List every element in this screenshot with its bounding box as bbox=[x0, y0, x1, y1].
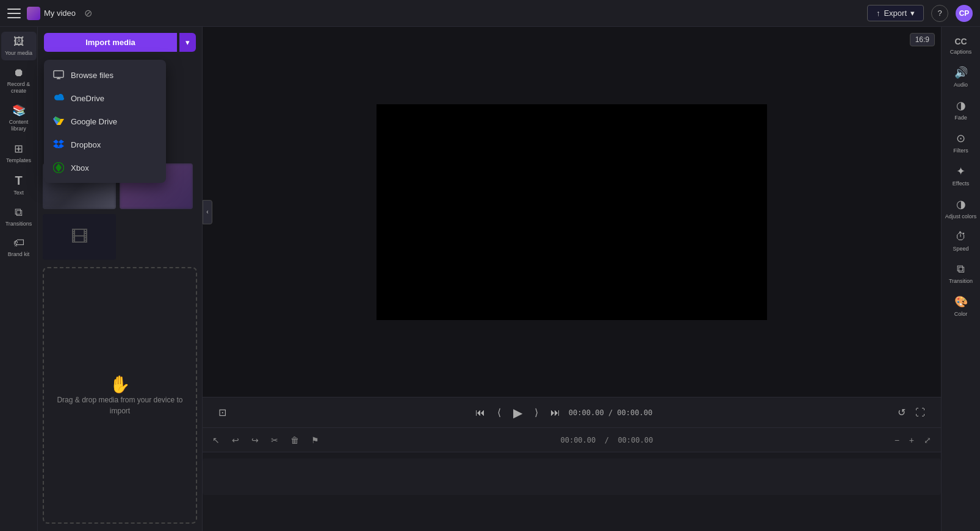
cursor-tool-button[interactable]: ↖ bbox=[209, 433, 223, 447]
drag-drop-area[interactable]: ✋ Drag & drop media from your device to … bbox=[43, 267, 197, 524]
sidebar-item-brand-kit[interactable]: 🏷 Brand kit bbox=[1, 233, 37, 262]
skip-to-start-button[interactable]: ⏮ bbox=[472, 405, 489, 421]
sidebar-item-record-create[interactable]: ⏺ Record & create bbox=[1, 63, 37, 98]
zoom-out-button[interactable]: − bbox=[891, 433, 903, 447]
delete-button[interactable]: 🗑 bbox=[287, 433, 303, 447]
flag-button[interactable]: ⚑ bbox=[308, 433, 323, 447]
transition-icon: ⧉ bbox=[957, 263, 965, 276]
avatar[interactable]: CP bbox=[956, 5, 973, 22]
undo-button[interactable]: ↩ bbox=[228, 433, 243, 447]
sidebar-item-your-media[interactable]: 🖼 Your media bbox=[1, 32, 37, 60]
fit-button[interactable]: ⤢ bbox=[920, 433, 935, 447]
media-grid-row-2: 🎞 bbox=[43, 214, 197, 260]
sidebar-label-templates: Templates bbox=[6, 157, 31, 164]
help-button[interactable]: ? bbox=[931, 5, 948, 22]
sidebar-label-text: Text bbox=[13, 190, 24, 196]
brand-kit-icon: 🏷 bbox=[13, 237, 24, 249]
dropbox-icon bbox=[52, 138, 65, 151]
aspect-ratio-badge[interactable]: 16:9 bbox=[910, 33, 935, 46]
skip-to-end-button[interactable]: ⏭ bbox=[547, 405, 564, 421]
svg-rect-0 bbox=[54, 71, 63, 77]
captions-icon: CC bbox=[954, 37, 967, 46]
time-total: 00:00.00 bbox=[617, 408, 652, 417]
sidebar-item-content-library[interactable]: 📚 Content library bbox=[1, 100, 37, 136]
video-title[interactable]: My video bbox=[44, 9, 76, 18]
drag-drop-text: Drag & drop media from your device to im… bbox=[56, 394, 184, 416]
sidebar-item-templates[interactable]: ⊞ Templates bbox=[1, 138, 37, 168]
cut-button[interactable]: ✂ bbox=[267, 433, 282, 447]
timeline-area: ↖ ↩ ↪ ✂ 🗑 ⚑ 00:00.00 / 00:00.00 − + ⤢ bbox=[203, 427, 941, 531]
right-tool-filters[interactable]: ⊙ Filters bbox=[943, 127, 979, 159]
timeline-toolbar: ↖ ↩ ↪ ✂ 🗑 ⚑ 00:00.00 / 00:00.00 − + ⤢ bbox=[203, 428, 941, 452]
right-tool-captions[interactable]: CC Captions bbox=[943, 32, 979, 60]
film-icon: 🎞 bbox=[71, 227, 88, 247]
collapse-panel-button[interactable]: ‹ bbox=[203, 200, 212, 224]
right-tool-adjust-colors[interactable]: ◑ Adjust colors bbox=[943, 193, 979, 224]
topbar-left: My video ⊘ bbox=[7, 7, 860, 20]
right-tool-transition[interactable]: ⧉ Transition bbox=[943, 258, 979, 289]
transition-label: Transition bbox=[949, 278, 973, 284]
dropdown-item-onedrive[interactable]: OneDrive bbox=[44, 87, 166, 110]
fullscreen-button[interactable]: ⛶ bbox=[912, 405, 929, 421]
right-sidebar: CC Captions 🔊 Audio ◑ Fade ⊙ Filters ✦ E… bbox=[941, 27, 980, 531]
export-icon: ↑ bbox=[876, 9, 881, 18]
adjust-colors-icon: ◑ bbox=[956, 198, 966, 211]
playback-left: ⊡ bbox=[215, 404, 230, 421]
audio-icon: 🔊 bbox=[954, 66, 968, 79]
hamburger-menu-button[interactable] bbox=[7, 9, 21, 18]
media-thumbnail-main[interactable]: 🎞 bbox=[43, 214, 116, 260]
dropdown-item-browse-files[interactable]: Browse files bbox=[44, 63, 166, 87]
transitions-icon: ⧉ bbox=[15, 206, 23, 219]
dropdown-item-xbox[interactable]: Xbox bbox=[44, 156, 166, 179]
time-current: 00:00.00 bbox=[569, 408, 604, 417]
right-tool-fade[interactable]: ◑ Fade bbox=[943, 94, 979, 126]
topbar-right: ↑ Export ▾ ? CP bbox=[867, 5, 973, 22]
svg-marker-7 bbox=[59, 140, 64, 144]
text-icon: T bbox=[15, 174, 22, 188]
monitor-icon bbox=[52, 69, 65, 81]
right-tool-color[interactable]: 🎨 Color bbox=[943, 290, 979, 322]
onedrive-label: OneDrive bbox=[71, 94, 104, 103]
right-tool-effects[interactable]: ✦ Effects bbox=[943, 160, 979, 191]
timeline-time-display: 00:00.00 / 00:00.00 bbox=[328, 436, 886, 444]
xbox-label: Xbox bbox=[71, 163, 89, 173]
filters-icon: ⊙ bbox=[956, 132, 965, 145]
play-button[interactable]: ▶ bbox=[510, 403, 526, 422]
cloud-save-icon: ⊘ bbox=[84, 7, 92, 19]
fade-label: Fade bbox=[954, 115, 967, 121]
svg-marker-6 bbox=[53, 140, 59, 144]
dropdown-item-dropbox[interactable]: Dropbox bbox=[44, 133, 166, 156]
right-tool-speed[interactable]: ⏱ Speed bbox=[943, 226, 979, 257]
export-dropdown-arrow: ▾ bbox=[910, 9, 915, 18]
video-preview-area: ‹ 16:9 bbox=[203, 27, 941, 397]
content-library-icon: 📚 bbox=[12, 104, 26, 117]
subtitle-toggle-button[interactable]: ⊡ bbox=[215, 404, 230, 421]
onedrive-icon bbox=[52, 92, 65, 104]
speed-label: Speed bbox=[953, 246, 968, 252]
adjust-colors-label: Adjust colors bbox=[945, 213, 977, 219]
sidebar-item-text[interactable]: T Text bbox=[1, 170, 37, 200]
export-button[interactable]: ↑ Export ▾ bbox=[867, 5, 924, 21]
your-media-icon: 🖼 bbox=[13, 35, 24, 48]
effects-icon: ✦ bbox=[956, 165, 965, 178]
google-drive-label: Google Drive bbox=[71, 117, 117, 126]
redo-button[interactable]: ↪ bbox=[248, 433, 262, 447]
sidebar-label-transitions: Transitions bbox=[5, 221, 32, 227]
color-label: Color bbox=[954, 311, 968, 317]
audio-label: Audio bbox=[954, 82, 968, 88]
timeline-track-1[interactable] bbox=[203, 458, 941, 495]
right-tool-audio[interactable]: 🔊 Audio bbox=[943, 61, 979, 93]
captions-label: Captions bbox=[950, 49, 972, 55]
left-sidebar: 🖼 Your media ⏺ Record & create 📚 Content… bbox=[0, 27, 38, 531]
playback-controls: ⊡ ⏮ ⟨ ▶ ⟩ ⏭ 00:00.00 / 00:00.00 ↺ ⛶ bbox=[203, 397, 941, 427]
import-dropdown-menu: Browse files OneDrive Go bbox=[44, 60, 166, 183]
zoom-in-button[interactable]: + bbox=[906, 433, 918, 447]
timeline-zoom-controls: − + ⤢ bbox=[891, 433, 935, 447]
forward-button[interactable]: ⟩ bbox=[531, 404, 542, 421]
loop-button[interactable]: ↺ bbox=[894, 404, 909, 421]
rewind-button[interactable]: ⟨ bbox=[494, 404, 505, 421]
dropdown-item-google-drive[interactable]: Google Drive bbox=[44, 110, 166, 133]
import-media-dropdown-button[interactable]: ▾ bbox=[179, 33, 196, 52]
import-media-button[interactable]: Import media bbox=[44, 33, 177, 52]
sidebar-item-transitions[interactable]: ⧉ Transitions bbox=[1, 202, 37, 231]
